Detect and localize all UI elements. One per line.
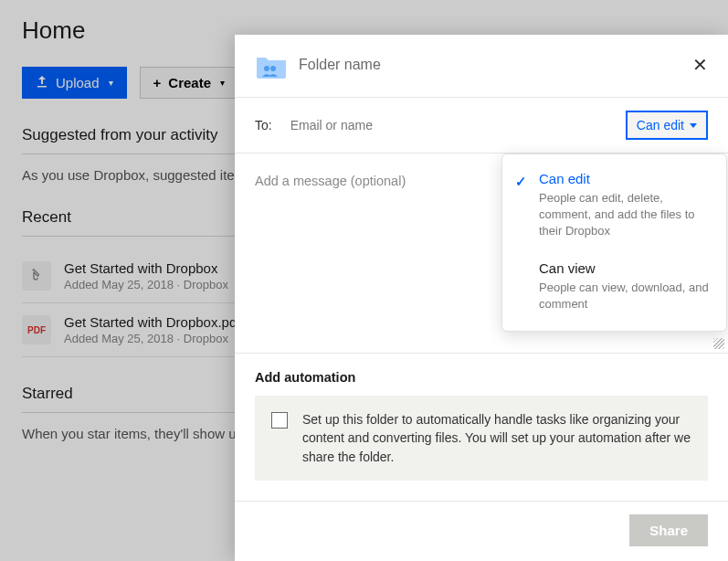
chevron-down-icon: [690, 123, 697, 128]
svg-point-1: [270, 66, 276, 71]
automation-title: Add automation: [255, 370, 708, 385]
check-icon: ✓: [515, 174, 527, 190]
option-desc: People can view, download, and comment: [539, 280, 712, 312]
to-row: To: Can edit: [235, 98, 728, 153]
shared-folder-icon: [255, 53, 284, 77]
automation-box: Set up this folder to automatically hand…: [255, 396, 708, 481]
modal-header: ✕: [235, 35, 728, 98]
option-desc: People can edit, delete, comment, and ad…: [539, 190, 712, 240]
automation-checkbox[interactable]: [271, 412, 288, 429]
folder-name-input[interactable]: [299, 57, 500, 73]
email-input[interactable]: [290, 118, 607, 132]
permission-option-edit[interactable]: ✓ Can edit People can edit, delete, comm…: [502, 162, 726, 251]
permission-option-view[interactable]: Can view People can view, download, and …: [502, 251, 726, 323]
modal-footer: Share: [235, 501, 728, 561]
to-label: To:: [255, 118, 272, 132]
permission-label: Can edit: [637, 118, 684, 132]
share-modal: ✕ To: Can edit ✓ Can edit People can edi…: [235, 35, 728, 561]
modal-body: ✓ Can edit People can edit, delete, comm…: [235, 153, 728, 354]
share-button[interactable]: Share: [629, 514, 708, 546]
close-icon[interactable]: ✕: [692, 56, 708, 74]
permission-dropdown: ✓ Can edit People can edit, delete, comm…: [501, 153, 727, 332]
automation-text: Set up this folder to automatically hand…: [302, 410, 691, 466]
resize-handle[interactable]: [713, 338, 724, 349]
svg-point-0: [264, 66, 269, 71]
option-title: Can view: [539, 260, 712, 276]
option-title: Can edit: [539, 171, 712, 186]
automation-section: Add automation Set up this folder to aut…: [235, 354, 728, 501]
permission-dropdown-button[interactable]: Can edit: [626, 111, 708, 140]
